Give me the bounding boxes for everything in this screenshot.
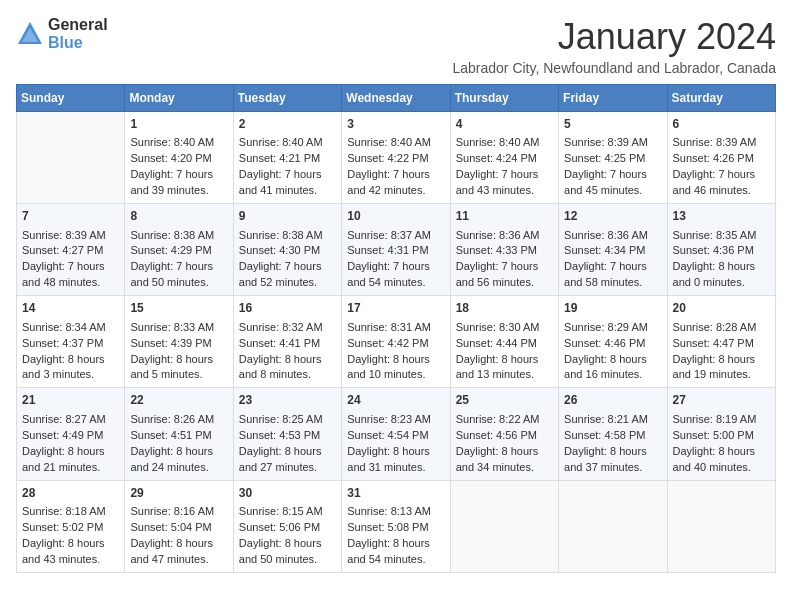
day-number: 9 — [239, 208, 336, 225]
days-header-row: SundayMondayTuesdayWednesdayThursdayFrid… — [17, 85, 776, 112]
day-info: and 45 minutes. — [564, 183, 661, 199]
day-number: 15 — [130, 300, 227, 317]
day-info: and 39 minutes. — [130, 183, 227, 199]
day-info: Sunset: 4:30 PM — [239, 243, 336, 259]
day-info: and 5 minutes. — [130, 367, 227, 383]
calendar-cell: 29Sunrise: 8:16 AMSunset: 5:04 PMDayligh… — [125, 480, 233, 572]
day-info: Sunset: 5:06 PM — [239, 520, 336, 536]
day-info: and 8 minutes. — [239, 367, 336, 383]
day-info: Sunset: 4:46 PM — [564, 336, 661, 352]
day-info: Daylight: 8 hours — [456, 444, 553, 460]
day-info: and 50 minutes. — [130, 275, 227, 291]
day-info: and 54 minutes. — [347, 275, 444, 291]
day-number: 11 — [456, 208, 553, 225]
day-info: Daylight: 8 hours — [456, 352, 553, 368]
calendar-cell — [450, 480, 558, 572]
day-header-sunday: Sunday — [17, 85, 125, 112]
day-info: and 3 minutes. — [22, 367, 119, 383]
calendar-cell: 7Sunrise: 8:39 AMSunset: 4:27 PMDaylight… — [17, 204, 125, 296]
day-info: and 34 minutes. — [456, 460, 553, 476]
day-info: Sunset: 4:58 PM — [564, 428, 661, 444]
day-info: and 47 minutes. — [130, 552, 227, 568]
day-number: 4 — [456, 116, 553, 133]
day-info: Daylight: 8 hours — [347, 444, 444, 460]
day-info: and 43 minutes. — [456, 183, 553, 199]
day-info: and 40 minutes. — [673, 460, 770, 476]
calendar-cell: 12Sunrise: 8:36 AMSunset: 4:34 PMDayligh… — [559, 204, 667, 296]
day-info: Sunrise: 8:23 AM — [347, 412, 444, 428]
day-number: 29 — [130, 485, 227, 502]
day-header-wednesday: Wednesday — [342, 85, 450, 112]
calendar-cell: 9Sunrise: 8:38 AMSunset: 4:30 PMDaylight… — [233, 204, 341, 296]
day-info: and 56 minutes. — [456, 275, 553, 291]
calendar-cell: 27Sunrise: 8:19 AMSunset: 5:00 PMDayligh… — [667, 388, 775, 480]
calendar-cell: 14Sunrise: 8:34 AMSunset: 4:37 PMDayligh… — [17, 296, 125, 388]
day-info: Sunrise: 8:13 AM — [347, 504, 444, 520]
calendar-cell — [17, 112, 125, 204]
location-subtitle: Labrador City, Newfoundland and Labrador… — [452, 60, 776, 76]
day-info: Sunrise: 8:32 AM — [239, 320, 336, 336]
day-info: Sunrise: 8:40 AM — [130, 135, 227, 151]
day-info: Sunrise: 8:39 AM — [22, 228, 119, 244]
day-info: Sunrise: 8:39 AM — [673, 135, 770, 151]
logo-general: General — [48, 16, 108, 33]
day-info: Daylight: 8 hours — [130, 444, 227, 460]
day-number: 30 — [239, 485, 336, 502]
day-header-thursday: Thursday — [450, 85, 558, 112]
day-info: Sunset: 5:00 PM — [673, 428, 770, 444]
day-info: Daylight: 8 hours — [673, 352, 770, 368]
day-info: Daylight: 8 hours — [239, 352, 336, 368]
day-info: and 42 minutes. — [347, 183, 444, 199]
day-info: Sunset: 4:41 PM — [239, 336, 336, 352]
day-info: Daylight: 7 hours — [239, 167, 336, 183]
day-info: Daylight: 8 hours — [239, 536, 336, 552]
day-number: 28 — [22, 485, 119, 502]
day-number: 27 — [673, 392, 770, 409]
day-info: Sunrise: 8:33 AM — [130, 320, 227, 336]
calendar-week-2: 7Sunrise: 8:39 AMSunset: 4:27 PMDaylight… — [17, 204, 776, 296]
day-info: Sunset: 4:26 PM — [673, 151, 770, 167]
day-number: 18 — [456, 300, 553, 317]
calendar-cell: 16Sunrise: 8:32 AMSunset: 4:41 PMDayligh… — [233, 296, 341, 388]
day-info: and 13 minutes. — [456, 367, 553, 383]
day-info: Sunset: 4:54 PM — [347, 428, 444, 444]
day-info: Sunrise: 8:26 AM — [130, 412, 227, 428]
calendar-cell — [559, 480, 667, 572]
day-info: Sunset: 4:24 PM — [456, 151, 553, 167]
day-info: and 0 minutes. — [673, 275, 770, 291]
title-area: January 2024 Labrador City, Newfoundland… — [452, 16, 776, 76]
day-info: Daylight: 8 hours — [22, 536, 119, 552]
logo-text: General Blue — [48, 16, 108, 52]
calendar-cell: 28Sunrise: 8:18 AMSunset: 5:02 PMDayligh… — [17, 480, 125, 572]
day-info: Daylight: 7 hours — [564, 167, 661, 183]
calendar-cell: 26Sunrise: 8:21 AMSunset: 4:58 PMDayligh… — [559, 388, 667, 480]
day-info: Daylight: 8 hours — [239, 444, 336, 460]
day-number: 8 — [130, 208, 227, 225]
day-info: Daylight: 8 hours — [22, 352, 119, 368]
day-info: Sunrise: 8:16 AM — [130, 504, 227, 520]
logo: General Blue — [16, 16, 108, 52]
calendar-cell: 20Sunrise: 8:28 AMSunset: 4:47 PMDayligh… — [667, 296, 775, 388]
day-info: Daylight: 8 hours — [347, 352, 444, 368]
day-info: Sunset: 4:53 PM — [239, 428, 336, 444]
day-info: and 48 minutes. — [22, 275, 119, 291]
day-info: Sunset: 4:56 PM — [456, 428, 553, 444]
day-header-monday: Monday — [125, 85, 233, 112]
calendar-cell: 19Sunrise: 8:29 AMSunset: 4:46 PMDayligh… — [559, 296, 667, 388]
calendar-cell: 8Sunrise: 8:38 AMSunset: 4:29 PMDaylight… — [125, 204, 233, 296]
day-number: 1 — [130, 116, 227, 133]
day-info: Sunset: 4:39 PM — [130, 336, 227, 352]
day-info: Daylight: 8 hours — [564, 444, 661, 460]
day-info: Sunrise: 8:28 AM — [673, 320, 770, 336]
day-info: Daylight: 8 hours — [673, 444, 770, 460]
day-info: Daylight: 7 hours — [130, 167, 227, 183]
day-info: and 10 minutes. — [347, 367, 444, 383]
day-info: Sunrise: 8:36 AM — [564, 228, 661, 244]
day-info: Sunset: 4:29 PM — [130, 243, 227, 259]
day-number: 17 — [347, 300, 444, 317]
day-info: and 19 minutes. — [673, 367, 770, 383]
day-number: 16 — [239, 300, 336, 317]
calendar-week-5: 28Sunrise: 8:18 AMSunset: 5:02 PMDayligh… — [17, 480, 776, 572]
day-info: Sunset: 4:27 PM — [22, 243, 119, 259]
day-info: Sunrise: 8:15 AM — [239, 504, 336, 520]
